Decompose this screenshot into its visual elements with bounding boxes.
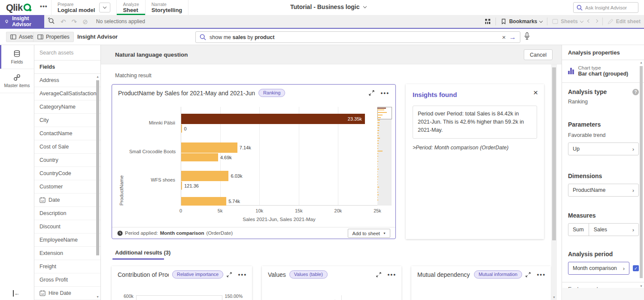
rail-item-master-items[interactable]: Master items [0, 69, 34, 93]
more-menu-icon[interactable]: ●●● [238, 273, 247, 277]
field-item[interactable]: CountryCode [34, 167, 100, 180]
chart-type-row[interactable]: Chart type Bar chart (grouped) [562, 60, 644, 83]
field-item[interactable]: City [34, 114, 100, 127]
next-sheet-button[interactable] [595, 21, 598, 22]
nlq-search-box[interactable]: show me sales by product × → [195, 31, 520, 43]
field-item[interactable]: Country [34, 154, 100, 167]
scroll-up-icon[interactable]: ▲ [640, 61, 643, 64]
nlq-query-text[interactable]: show me sales by product [210, 34, 498, 40]
scroll-down-icon[interactable]: ▼ [96, 295, 99, 298]
period-applied-label: Period applied: [125, 230, 158, 236]
tab-narrate[interactable]: Narrate Storytelling [145, 0, 189, 15]
favorable-trend-button[interactable]: Up› [568, 142, 639, 155]
bar[interactable] [181, 197, 226, 206]
bar-value-label: 23.35k [348, 116, 362, 121]
help-icon[interactable]: ? [632, 89, 639, 95]
field-item[interactable]: Freight [34, 260, 100, 273]
scroll-down-icon[interactable]: ▼ [553, 296, 556, 299]
insight-advisor-button[interactable]: Insight Advisor [0, 15, 44, 28]
qlik-logo[interactable]: Qlik [6, 2, 33, 13]
minimap-bar [377, 115, 383, 115]
properties-button[interactable]: Properties [33, 32, 74, 42]
field-item[interactable]: 12Hire Date [34, 287, 100, 300]
field-item[interactable]: EmployeeName [34, 233, 100, 247]
ask-insight-advisor-box[interactable] [573, 2, 638, 13]
result-card-mutual-dependency[interactable]: Mutual dependency bet... Mutual informat… [411, 266, 551, 300]
more-menu-icon[interactable]: ●●● [380, 91, 389, 95]
field-item[interactable]: Discount [34, 220, 100, 233]
insights-grid-icon[interactable] [485, 18, 491, 24]
minimap-bar [377, 140, 379, 141]
bar[interactable] [181, 124, 182, 133]
prev-sheet-button[interactable] [588, 21, 590, 22]
assets-rail: Fields Master items ← [0, 45, 34, 300]
expand-icon[interactable] [227, 272, 232, 277]
bar[interactable] [181, 142, 237, 153]
global-menu-icon[interactable]: ••• [40, 3, 48, 10]
field-item[interactable]: Gross Profit [34, 273, 100, 287]
scrollbar-thumb[interactable] [96, 80, 99, 255]
submit-search-icon[interactable]: → [509, 34, 516, 41]
result-card-contribution[interactable]: Contribution of Product... Relative impo… [112, 266, 252, 300]
field-item[interactable]: Customer [34, 180, 100, 194]
minimap-bar [377, 112, 387, 113]
bar[interactable] [181, 182, 182, 190]
field-item[interactable]: Extension [34, 247, 100, 260]
scroll-up-icon[interactable]: ▲ [96, 75, 99, 78]
tab-analyze[interactable]: Analyze Sheet [116, 0, 145, 15]
bookmarks-button[interactable]: Bookmarks [501, 18, 542, 24]
field-item[interactable]: CategoryName [34, 100, 100, 114]
matching-result-card[interactable]: ProductName by Sales for 2021-May and 20… [112, 84, 396, 239]
ask-insight-advisor-input[interactable] [585, 5, 632, 10]
minimap-bar [377, 166, 378, 167]
analysis-period-button[interactable]: Month comparison› [568, 262, 629, 275]
main-scrollbar[interactable]: ▼ [551, 64, 557, 300]
collapse-panel-icon[interactable]: ← [13, 290, 20, 297]
field-item[interactable]: 12Date [34, 194, 100, 207]
edit-sheet-button[interactable]: Edit sheet [608, 18, 641, 24]
field-item[interactable]: AverageCallSatisfaction [34, 87, 100, 100]
field-item[interactable]: ContactName [34, 127, 100, 140]
search-assets-box[interactable] [34, 45, 100, 61]
field-item[interactable]: Description [34, 207, 100, 220]
clear-search-icon[interactable]: × [502, 34, 506, 40]
more-menu-icon[interactable]: ●●● [387, 273, 396, 277]
right-panel-scrollbar[interactable]: ▲ ▼ [640, 60, 643, 288]
redo-icon[interactable]: ↷ [72, 18, 77, 25]
bar-chart-icon [568, 68, 574, 74]
cancel-button[interactable]: Cancel [524, 49, 553, 60]
clear-selections-icon[interactable]: ⊘ [82, 18, 88, 25]
app-title-menu[interactable]: Tutorial - Business logic [290, 3, 366, 10]
scroll-down-icon[interactable]: ▼ [640, 285, 643, 288]
more-menu-icon[interactable]: ●●● [537, 273, 546, 277]
tab-prepare[interactable]: Prepare Logical model [51, 0, 116, 15]
smart-search-icon[interactable] [48, 18, 55, 25]
rail-item-fields[interactable]: Fields [0, 45, 34, 69]
scrollbar-thumb[interactable] [552, 67, 556, 240]
bar[interactable] [181, 153, 218, 161]
scrollbar-thumb[interactable] [640, 66, 643, 278]
bar[interactable] [181, 114, 365, 124]
analysis-period-checkbox[interactable]: ✓ [633, 265, 639, 271]
undo-icon[interactable]: ↶ [61, 18, 66, 25]
field-item[interactable]: Cost of Sale [34, 140, 100, 154]
field-item[interactable]: Address [34, 74, 100, 87]
dimension-button[interactable]: ProductName› [568, 184, 639, 197]
add-to-sheet-button[interactable]: Add to sheet▼ [348, 229, 390, 238]
search-assets-input[interactable] [39, 50, 95, 56]
minimap-bar [377, 135, 379, 136]
expand-icon[interactable] [526, 272, 531, 277]
microphone-icon[interactable] [524, 32, 530, 42]
result-card-values[interactable]: Values Values (table) ●●● ProductName Sa… [262, 266, 401, 300]
sheets-button[interactable]: Sheets [552, 18, 583, 24]
expand-icon[interactable] [376, 272, 381, 277]
expand-icon[interactable] [369, 90, 374, 96]
close-icon[interactable]: × [533, 88, 538, 97]
bar[interactable] [181, 171, 228, 181]
x-tick-label: 25k [369, 208, 386, 213]
assets-scrollbar[interactable]: ▲ ▼ [96, 75, 100, 298]
chart-minimap[interactable] [377, 107, 392, 206]
prepare-dropdown-button[interactable] [99, 3, 110, 12]
measure-button[interactable]: Sum Sales› [568, 223, 639, 236]
tab-additional-results[interactable]: Additional results (3) [115, 249, 170, 256]
